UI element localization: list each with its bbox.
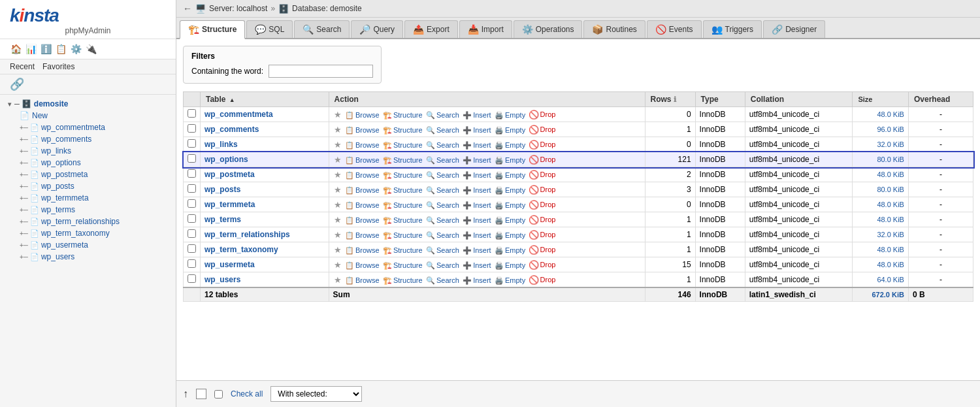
sidebar-item-wp_options[interactable]: +─ 📄 wp_options [0, 157, 176, 169]
tab-triggers[interactable]: 👥 Triggers [703, 20, 762, 38]
checkbox-wp_options[interactable] [188, 154, 196, 163]
browse-link-wp_posts[interactable]: 📋 Browse [345, 186, 380, 195]
browse-link-wp_commentmeta[interactable]: 📋 Browse [345, 111, 380, 120]
link-icon[interactable]: 🔗 [10, 78, 24, 91]
star-wp_terms[interactable]: ★ [334, 215, 342, 225]
sidebar-item-wp_term_taxonomy[interactable]: +─ 📄 wp_term_taxonomy [0, 227, 176, 239]
search-link-wp_commentmeta[interactable]: 🔍 Search [426, 111, 459, 120]
structure-link-wp_users[interactable]: 🏗️ Structure [383, 276, 423, 285]
table-name-link-wp_usermeta[interactable]: wp_usermeta [204, 260, 255, 269]
browse-link-wp_comments[interactable]: 📋 Browse [345, 126, 380, 135]
drop-link-wp_usermeta[interactable]: 🚫 Drop [529, 260, 556, 270]
checkbox-wp_postmeta[interactable] [188, 169, 196, 178]
drop-link-wp_postmeta[interactable]: 🚫 Drop [529, 170, 556, 180]
drop-link-wp_options[interactable]: 🚫 Drop [529, 155, 556, 165]
sidebar-item-wp_commentmeta[interactable]: +─ 📄 wp_commentmeta [0, 122, 176, 133]
checkbox-wp_terms[interactable] [188, 214, 196, 223]
insert-link-wp_terms[interactable]: ➕ Insert [463, 216, 491, 225]
table-name-link-wp_posts[interactable]: wp_posts [204, 185, 240, 194]
empty-link-wp_links[interactable]: 🖨️ Empty [495, 141, 525, 150]
with-selected-dropdown[interactable]: With selected: BrowseDropEmptyExport [270, 386, 362, 402]
search-link-wp_terms[interactable]: 🔍 Search [426, 216, 459, 225]
back-button[interactable]: ← [183, 3, 192, 14]
structure-link-wp_term_relationships[interactable]: 🏗️ Structure [383, 231, 423, 240]
tab-events[interactable]: 🚫 Events [647, 20, 702, 38]
search-link-wp_usermeta[interactable]: 🔍 Search [426, 261, 459, 270]
checkbox-wp_posts[interactable] [188, 184, 196, 193]
doc-icon[interactable]: 📋 [55, 43, 67, 55]
table-link-wp_usermeta[interactable]: wp_usermeta [41, 240, 88, 250]
browse-link-wp_options[interactable]: 📋 Browse [345, 156, 380, 165]
structure-link-wp_usermeta[interactable]: 🏗️ Structure [383, 261, 423, 270]
drop-link-wp_term_taxonomy[interactable]: 🚫 Drop [529, 245, 556, 255]
row-checkbox-wp_comments[interactable] [184, 122, 201, 137]
row-checkbox-wp_term_taxonomy[interactable] [184, 242, 201, 257]
structure-link-wp_termmeta[interactable]: 🏗️ Structure [383, 201, 423, 210]
drop-link-wp_comments[interactable]: 🚫 Drop [529, 125, 556, 135]
drop-link-wp_terms[interactable]: 🚫 Drop [529, 215, 556, 225]
table-name-link-wp_links[interactable]: wp_links [204, 140, 238, 149]
gear-icon[interactable]: ⚙️ [70, 43, 82, 55]
table-name-link-wp_users[interactable]: wp_users [204, 275, 240, 284]
empty-link-wp_users[interactable]: 🖨️ Empty [495, 276, 525, 285]
row-checkbox-wp_users[interactable] [184, 272, 201, 288]
browse-link-wp_users[interactable]: 📋 Browse [345, 276, 380, 285]
empty-link-wp_posts[interactable]: 🖨️ Empty [495, 186, 525, 195]
table-name-link-wp_options[interactable]: wp_options [204, 155, 248, 164]
row-checkbox-wp_postmeta[interactable] [184, 167, 201, 182]
table-link-wp_termmeta[interactable]: wp_termmeta [41, 193, 89, 203]
plugin-icon[interactable]: 🔌 [85, 43, 97, 55]
drop-link-wp_commentmeta[interactable]: 🚫 Drop [529, 110, 556, 120]
checkbox-wp_term_relationships[interactable] [188, 229, 196, 238]
tab-structure[interactable]: 🏗️ Structure [180, 20, 245, 39]
browse-link-wp_termmeta[interactable]: 📋 Browse [345, 201, 380, 210]
row-checkbox-wp_usermeta[interactable] [184, 257, 201, 272]
insert-link-wp_options[interactable]: ➕ Insert [463, 156, 491, 165]
checkbox-wp_links[interactable] [188, 139, 196, 148]
insert-link-wp_term_relationships[interactable]: ➕ Insert [463, 231, 491, 240]
star-wp_usermeta[interactable]: ★ [334, 260, 342, 270]
search-link-wp_posts[interactable]: 🔍 Search [426, 186, 459, 195]
bottom-up-checkbox[interactable] [196, 389, 206, 399]
table-name-link-wp_term_relationships[interactable]: wp_term_relationships [204, 230, 290, 239]
tab-operations[interactable]: ⚙️ Operations [514, 20, 583, 38]
tab-import[interactable]: 📥 Import [459, 20, 512, 38]
insert-link-wp_commentmeta[interactable]: ➕ Insert [463, 111, 491, 120]
table-link-wp_commentmeta[interactable]: wp_commentmeta [41, 123, 105, 132]
browse-link-wp_links[interactable]: 📋 Browse [345, 141, 380, 150]
tab-query[interactable]: 🔎 Query [351, 20, 403, 38]
insert-link-wp_links[interactable]: ➕ Insert [463, 141, 491, 150]
table-name-link-wp_termmeta[interactable]: wp_termmeta [204, 200, 255, 209]
insert-link-wp_term_taxonomy[interactable]: ➕ Insert [463, 246, 491, 255]
star-wp_posts[interactable]: ★ [334, 185, 342, 195]
star-wp_options[interactable]: ★ [334, 155, 342, 165]
row-checkbox-wp_options[interactable] [184, 152, 201, 167]
table-name-link-wp_commentmeta[interactable]: wp_commentmeta [204, 110, 273, 119]
info-icon[interactable]: ℹ️ [40, 43, 52, 55]
row-checkbox-wp_terms[interactable] [184, 212, 201, 227]
empty-link-wp_comments[interactable]: 🖨️ Empty [495, 126, 525, 135]
search-link-wp_users[interactable]: 🔍 Search [426, 276, 459, 285]
insert-link-wp_users[interactable]: ➕ Insert [463, 276, 491, 285]
table-link-wp_comments[interactable]: wp_comments [41, 135, 91, 144]
empty-link-wp_term_relationships[interactable]: 🖨️ Empty [495, 231, 525, 240]
sidebar-item-wp_termmeta[interactable]: +─ 📄 wp_termmeta [0, 192, 176, 204]
sidebar-item-wp_users[interactable]: +─ 📄 wp_users [0, 251, 176, 263]
row-checkbox-wp_term_relationships[interactable] [184, 227, 201, 242]
insert-link-wp_posts[interactable]: ➕ Insert [463, 186, 491, 195]
star-wp_comments[interactable]: ★ [334, 125, 342, 135]
checkbox-wp_comments[interactable] [188, 124, 196, 133]
table-link-wp_postmeta[interactable]: wp_postmeta [41, 170, 88, 179]
search-link-wp_comments[interactable]: 🔍 Search [426, 126, 459, 135]
empty-link-wp_terms[interactable]: 🖨️ Empty [495, 216, 525, 225]
new-table-link[interactable]: New [32, 111, 48, 120]
empty-link-wp_postmeta[interactable]: 🖨️ Empty [495, 171, 525, 180]
browse-link-wp_usermeta[interactable]: 📋 Browse [345, 261, 380, 270]
table-name-link-wp_terms[interactable]: wp_terms [204, 215, 241, 224]
check-all-label[interactable]: Check all [231, 389, 263, 399]
table-link-wp_term_relationships[interactable]: wp_term_relationships [41, 217, 120, 226]
table-name-link-wp_term_taxonomy[interactable]: wp_term_taxonomy [204, 245, 278, 254]
drop-link-wp_term_relationships[interactable]: 🚫 Drop [529, 230, 556, 240]
empty-link-wp_commentmeta[interactable]: 🖨️ Empty [495, 111, 525, 120]
checkbox-wp_commentmeta[interactable] [188, 109, 196, 118]
